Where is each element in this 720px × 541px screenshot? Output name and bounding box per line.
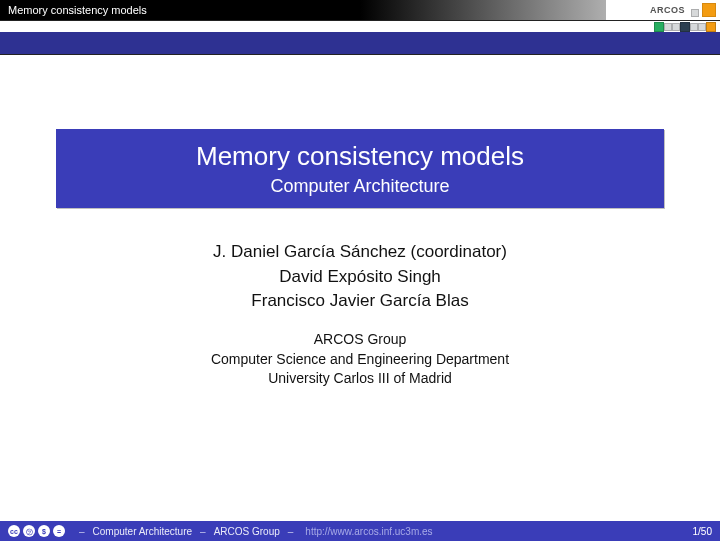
affiliation-line: Computer Science and Engineering Departm… — [0, 350, 720, 370]
author-line: Francisco Javier García Blas — [0, 289, 720, 314]
divider — [0, 54, 720, 55]
footer-url[interactable]: http://www.arcos.inf.uc3m.es — [305, 526, 432, 537]
arcos-logo: ARCOS — [606, 0, 716, 20]
authors-block: J. Daniel García Sánchez (coordinator) D… — [0, 240, 720, 314]
cube-icon — [691, 9, 699, 17]
title-subtitle: Computer Architecture — [270, 176, 449, 197]
slide: { "topbar": { "title": "Memory consisten… — [0, 0, 720, 541]
top-titlebar: Memory consistency models ARCOS — [0, 0, 720, 20]
cube-icon — [680, 22, 690, 32]
divider — [0, 20, 720, 21]
footer-sep: – — [200, 526, 206, 537]
footer-group: ARCOS Group — [214, 526, 280, 537]
cube-icon — [654, 22, 664, 32]
logo-cubes-top — [691, 3, 716, 17]
page-number: 1/50 — [693, 526, 712, 537]
affiliation-block: ARCOS Group Computer Science and Enginee… — [0, 330, 720, 389]
cc-license-badge: cc ㋡ $ = — [8, 525, 65, 537]
cube-icon — [672, 23, 680, 31]
cc-nc-icon: $ — [38, 525, 50, 537]
title-block: Memory consistency models Computer Archi… — [56, 129, 664, 208]
cc-by-icon: ㋡ — [23, 525, 35, 537]
cube-icon — [664, 23, 672, 31]
footer-sep: – — [288, 526, 294, 537]
slide-short-title: Memory consistency models — [8, 4, 147, 16]
author-line: David Expósito Singh — [0, 265, 720, 290]
affiliation-line: University Carlos III of Madrid — [0, 369, 720, 389]
logo-text: ARCOS — [650, 5, 685, 15]
cc-nd-icon: = — [53, 525, 65, 537]
author-line: J. Daniel García Sánchez (coordinator) — [0, 240, 720, 265]
title-main: Memory consistency models — [196, 141, 524, 172]
footer-course: Computer Architecture — [93, 526, 193, 537]
cube-icon — [702, 3, 716, 17]
cube-icon — [690, 23, 698, 31]
cube-icon — [706, 22, 716, 32]
logo-container: ARCOS — [606, 0, 720, 20]
footer-bar: cc ㋡ $ = – Computer Architecture – ARCOS… — [0, 521, 720, 541]
affiliation-line: ARCOS Group — [0, 330, 720, 350]
cube-icon — [698, 23, 706, 31]
nav-strip — [0, 32, 720, 54]
cc-icon: cc — [8, 525, 20, 537]
footer-sep: – — [79, 526, 85, 537]
